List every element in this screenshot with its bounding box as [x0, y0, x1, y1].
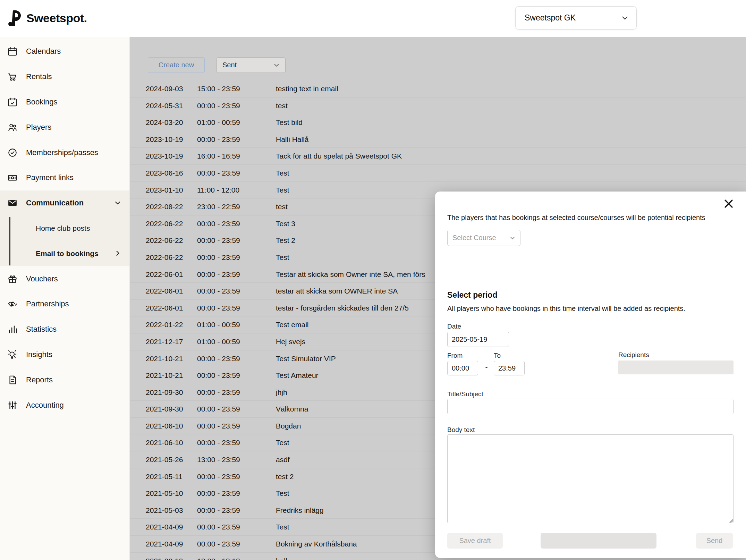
- sent-filter-label: Sent: [222, 61, 237, 69]
- date-input[interactable]: [447, 332, 509, 347]
- email-subject: test: [276, 198, 288, 215]
- body-text-label: Body text: [447, 426, 475, 434]
- sidebar-item-calendars[interactable]: Calendars: [0, 39, 129, 64]
- to-time-input[interactable]: [494, 361, 525, 375]
- email-time: 00:00 - 23:59: [197, 300, 240, 317]
- email-date: 2022-06-01: [146, 283, 183, 300]
- email-date: 2022-08-22: [146, 198, 183, 215]
- email-date: 2022-06-01: [146, 300, 183, 317]
- select-course-dropdown[interactable]: Select Course: [447, 230, 520, 246]
- time-range-dash: -: [483, 363, 490, 371]
- email-subject: Hej svejs: [276, 333, 305, 350]
- sidebar-subitem-label: Home club posts: [36, 224, 90, 232]
- sidebar-item-partnerships[interactable]: Partnerships: [0, 291, 129, 317]
- email-row[interactable]: 2024-09-03 15:00 - 23:59 testing text in…: [130, 80, 746, 97]
- email-row[interactable]: 2023-06-16 00:00 - 23:59 Test: [130, 165, 746, 182]
- recipients-info-text: The players that has bookings at selecte…: [447, 214, 735, 222]
- club-selector-label: Sweetspot GK: [525, 13, 576, 23]
- close-icon[interactable]: [721, 196, 736, 212]
- email-time: 01:00 - 00:59: [197, 114, 240, 131]
- save-draft-button[interactable]: Save draft: [447, 533, 503, 549]
- email-compose-modal: The players that has bookings at selecte…: [435, 192, 746, 558]
- email-row[interactable]: 2024-05-31 00:00 - 23:59 test: [130, 97, 746, 114]
- to-label: To: [494, 352, 501, 359]
- sidebar-item-email-to-bookings[interactable]: Email to bookings: [0, 241, 129, 266]
- email-time: 00:00 - 23:59: [197, 384, 240, 401]
- email-subject: Test: [276, 434, 289, 451]
- email-subject: Fredriks inlägg: [276, 502, 324, 519]
- date-label: Date: [447, 323, 461, 330]
- send-button[interactable]: Send: [696, 533, 733, 549]
- sidebar-item-memberships[interactable]: Memberships/passes: [0, 140, 129, 165]
- sent-filter-dropdown[interactable]: Sent: [217, 57, 286, 73]
- email-row[interactable]: 2023-10-19 00:00 - 23:59 Halli Hallå: [130, 131, 746, 148]
- email-subject: jhjh: [276, 384, 287, 401]
- players-icon: [7, 122, 18, 133]
- email-time: 00:00 - 23:59: [197, 131, 240, 148]
- sidebar-item-bookings[interactable]: Bookings: [0, 90, 129, 115]
- sidebar-item-accounting[interactable]: Accounting: [0, 392, 129, 418]
- email-subject: Halli Hallå: [276, 131, 309, 148]
- app-window: Sweetspot. Sweetspot GK Calendars Rental…: [0, 0, 746, 560]
- email-date: 2023-10-19: [146, 148, 183, 165]
- recipients-field[interactable]: [618, 360, 734, 374]
- email-time: 00:00 - 23:59: [197, 283, 240, 300]
- sidebar-item-payment-links[interactable]: Payment links: [0, 165, 129, 190]
- club-selector-dropdown[interactable]: Sweetspot GK: [515, 6, 637, 29]
- from-time-input[interactable]: [447, 361, 478, 375]
- chevron-right-icon: [113, 249, 122, 257]
- sidebar-item-statistics[interactable]: Statistics: [0, 317, 129, 342]
- email-subject: Test: [276, 249, 289, 266]
- email-time: 01:00 - 00:59: [197, 316, 240, 333]
- email-row[interactable]: 2024-03-20 01:00 - 00:59 Test bild: [130, 114, 746, 131]
- chevron-down-icon: [273, 61, 280, 69]
- chevron-down-icon: [509, 235, 516, 241]
- email-date: 2024-05-31: [146, 97, 183, 114]
- logo-text: Sweetspot.: [26, 11, 87, 25]
- envelope-icon: [7, 198, 18, 208]
- sidebar-item-label: Reports: [26, 375, 53, 384]
- email-row[interactable]: 2023-10-19 16:00 - 16:59 Tack för att du…: [130, 148, 746, 165]
- email-date: 2023-10-19: [146, 131, 183, 148]
- email-subject: Test email: [276, 316, 309, 333]
- email-subject: Tack för att du spelat på Sweetspot GK: [276, 148, 402, 165]
- body-text-textarea[interactable]: [447, 434, 734, 523]
- email-time: 00:00 - 23:59: [197, 232, 240, 249]
- email-subject: hall: [276, 553, 287, 560]
- email-time: 00:00 - 23:59: [197, 249, 240, 266]
- email-date: 2021-09-30: [146, 401, 183, 418]
- cart-icon: [7, 71, 18, 82]
- handshake-icon: [7, 299, 18, 309]
- email-subject: Test Simulator VIP: [276, 350, 336, 367]
- chevron-down-icon: [113, 199, 122, 207]
- sidebar-item-communication[interactable]: Communication: [0, 190, 129, 216]
- create-new-button[interactable]: Create new: [148, 57, 205, 73]
- email-time: 00:00 - 23:59: [197, 519, 240, 536]
- email-date: 2021-10-21: [146, 367, 183, 384]
- sidebar-item-reports[interactable]: Reports: [0, 367, 129, 392]
- email-time: 00:00 - 23:59: [197, 266, 240, 283]
- email-date: 2021-04-09: [146, 536, 183, 553]
- email-date: 2023-06-16: [146, 165, 183, 182]
- sidebar-item-vouchers[interactable]: Vouchers: [0, 266, 129, 291]
- sidebar-item-players[interactable]: Players: [0, 114, 129, 140]
- title-subject-input[interactable]: [447, 399, 734, 414]
- sidebar-item-insights[interactable]: Insights: [0, 342, 129, 367]
- sidebar-item-label: Communication: [26, 198, 84, 207]
- email-time: 00:00 - 23:59: [197, 401, 240, 418]
- email-subject: Testar att skicka som Owner inte SA, men…: [276, 266, 425, 283]
- email-subject: test: [276, 97, 288, 114]
- sidebar-item-label: Statistics: [26, 325, 57, 334]
- sidebar-item-label: Vouchers: [26, 274, 58, 283]
- email-date: 2021-10-21: [146, 350, 183, 367]
- email-date: 2022-01-22: [146, 316, 183, 333]
- communication-section: Communication Home club posts Email to b…: [0, 190, 129, 266]
- bar-chart-icon: [7, 324, 18, 334]
- document-icon: [7, 375, 18, 385]
- lightbulb-icon: [7, 349, 18, 360]
- calendar-check-icon: [7, 97, 18, 107]
- email-date: 2021-05-11: [146, 468, 183, 485]
- middle-action-pill[interactable]: [541, 533, 656, 549]
- sidebar-item-home-club-posts[interactable]: Home club posts: [0, 216, 129, 241]
- sidebar-item-rentals[interactable]: Rentals: [0, 64, 129, 90]
